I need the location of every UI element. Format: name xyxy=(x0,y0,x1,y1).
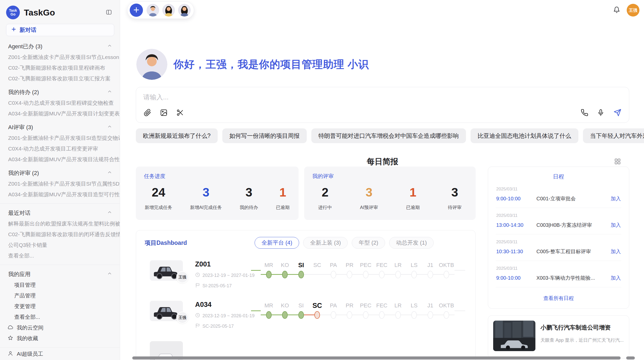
sidebar-item[interactable]: 公司Q3轻卡销量 xyxy=(0,240,120,250)
dashboard-tab[interactable]: 年型 (2) xyxy=(352,237,385,249)
horizontal-scrollbar[interactable] xyxy=(132,356,621,359)
sidebar-group-header[interactable]: 最近对话 xyxy=(0,205,120,218)
member-avatar[interactable] xyxy=(178,4,191,17)
project-name: Z001 xyxy=(195,260,251,268)
view-all-schedule-link[interactable]: 查看所有日程 xyxy=(496,295,621,302)
milestone-node xyxy=(298,311,304,319)
add-conversation-button[interactable] xyxy=(130,4,143,17)
sidebar-item[interactable]: 查看全部... xyxy=(0,250,120,261)
task-progress-title: 任务进度 xyxy=(144,173,165,180)
dashboard-tab[interactable]: 动总开发 (1) xyxy=(389,237,434,249)
microphone-button[interactable] xyxy=(596,108,606,118)
project-flag-label: SC-2025-05-17 xyxy=(202,324,234,329)
sidebar-item-cloud[interactable]: 我的云空间 xyxy=(0,322,120,333)
sidebar-group-header[interactable]: 我的评审 (2) xyxy=(0,165,120,178)
schedule-date: 2025/03/11 xyxy=(496,187,621,192)
sidebar-divider xyxy=(0,347,120,348)
daily-brief-title: 每日简报 xyxy=(136,156,629,167)
send-button[interactable] xyxy=(612,108,622,118)
milestone-label: LR xyxy=(390,261,406,269)
milestone-node xyxy=(282,271,288,278)
project-flag: SC-2025-05-17 xyxy=(195,323,251,329)
sidebar-item[interactable]: 项目管理 xyxy=(0,280,120,290)
sidebar-group-label: AI评审 (3) xyxy=(8,124,33,131)
sidebar-item[interactable]: 变更管理 xyxy=(0,301,120,312)
sidebar-item[interactable]: A034-全新新能源MUV产品开发项目造型可行性评审 xyxy=(0,189,120,200)
milestone-node xyxy=(331,311,336,319)
dashboard-tab[interactable]: 全新上装 (3) xyxy=(303,237,348,249)
grid-icon xyxy=(614,158,621,166)
news-card[interactable]: 小鹏飞行汽车制造公司增资 天眼查 App 显示，近日广州汇天飞行汽... xyxy=(488,315,629,358)
sidebar-item[interactable]: A034-全新新能源MUV产品开发项目计划变更表编写 xyxy=(0,108,120,119)
sidebar-item[interactable]: C02-飞腾新能源轻客改款项目里程碑画布 xyxy=(0,63,120,73)
member-avatar[interactable] xyxy=(147,4,159,17)
attach-file-button[interactable] xyxy=(143,108,152,118)
sidebar-group-header[interactable]: AI评审 (3) xyxy=(0,119,120,133)
scrollbar-corner[interactable] xyxy=(626,356,635,359)
milestone: MR xyxy=(261,261,277,280)
milestone-label: LS xyxy=(406,261,422,269)
milestone-label: KO xyxy=(277,261,293,269)
milestone-label: SI xyxy=(293,302,309,309)
schedule-date: 2025/03/11 xyxy=(496,266,621,271)
paperclip-icon xyxy=(144,109,151,117)
sidebar-item[interactable]: C02-飞腾新能源轻客改款项目立项汇报方案 xyxy=(0,73,120,84)
schedule-line: 9:00-10:00X003-车辆动力学性能验...加入 xyxy=(496,275,621,281)
sidebar-item[interactable]: A034-全新新能源MUV产品开发项目法规符合性评审 xyxy=(0,154,120,165)
image-icon xyxy=(160,109,168,117)
milestone: SI xyxy=(293,302,309,321)
chat-input[interactable] xyxy=(143,92,622,108)
sidebar-item[interactable]: C02-飞腾新能源轻客改款项目的闭环通告反馈情况 xyxy=(0,229,120,240)
dashboard-tabs: 全新平台 (4)全新上装 (3)年型 (2)动总开发 (1) xyxy=(255,237,434,249)
user-icon xyxy=(8,351,13,357)
milestone-node xyxy=(411,271,417,278)
join-link[interactable]: 加入 xyxy=(611,195,621,202)
sidebar-item[interactable]: 解释最新出台的欧盟报废车法规再生塑料比例被调至15%... xyxy=(0,218,120,229)
milestone-track xyxy=(309,269,326,280)
insert-image-button[interactable] xyxy=(159,108,169,118)
dashboard-tab[interactable]: 全新平台 (4) xyxy=(255,237,299,249)
sidebar-item[interactable]: Z001-全新燃油轻卡产品开发项目SI节点属性5D文件评审 xyxy=(0,178,120,189)
milestone-track xyxy=(277,309,293,321)
sidebar-group-header[interactable]: Agent已办 (3) xyxy=(0,38,120,52)
sidebar-item-user[interactable]: AI超级员工 xyxy=(0,349,120,359)
stat-label: 待评审 xyxy=(448,204,462,211)
milestone-node xyxy=(298,271,304,278)
milestone-track xyxy=(422,309,438,321)
sidebar-group-header[interactable]: 我的应用 xyxy=(0,266,120,280)
milestone-track xyxy=(277,269,293,280)
sidebar-item[interactable]: Z001-全新燃油轻卡产品开发项目SI造型提交物评审 xyxy=(0,133,120,143)
sidebar-group-header[interactable]: 我的待办 (2) xyxy=(0,84,120,98)
sidebar-item-star[interactable]: 我的收藏 xyxy=(0,333,120,344)
schedule-entry: 2025/03/1110:30-11:30C005-整车工程目标评审加入 xyxy=(496,234,621,261)
suggestion-chip[interactable]: 当下年轻人对汽车外观有怎样的喜好趋势 xyxy=(583,128,644,143)
sidebar-item[interactable]: C0X4-动力总成开发项目工程变更评审 xyxy=(0,143,120,154)
screenshot-button[interactable] xyxy=(175,108,185,118)
sidebar-item[interactable]: Z001-全新燃油皮卡产品开发项目SI节点Lesson Learn报告 xyxy=(0,52,120,63)
new-chat-button[interactable]: 新对话 xyxy=(6,24,114,36)
suggestion-chip[interactable]: 比亚迪全固态电池计划具体说了什么 xyxy=(471,128,578,143)
milestone-track xyxy=(406,269,422,280)
notifications-button[interactable] xyxy=(612,5,621,15)
sidebar-item[interactable]: 产品管理 xyxy=(0,290,120,301)
member-avatar[interactable] xyxy=(162,4,175,17)
milestone-node xyxy=(266,271,272,278)
milestone-node xyxy=(331,271,336,278)
sidebar-item[interactable]: C0X4-动力总成开发项目SI里程碑提交物检查 xyxy=(0,98,120,108)
sidebar-item[interactable]: 查看全部... xyxy=(0,312,120,322)
voice-call-button[interactable] xyxy=(580,108,589,118)
clock-icon xyxy=(195,313,200,319)
milestone-track xyxy=(342,269,358,280)
user-avatar[interactable]: 王强 xyxy=(627,4,639,17)
brief-layout-button[interactable] xyxy=(613,157,622,167)
suggestion-chip[interactable]: 特朗普可能对进口汽车增税会对中国车企造成哪些影响 xyxy=(311,128,466,143)
chevron-up-icon xyxy=(107,124,112,131)
milestone: SC xyxy=(309,261,326,280)
join-link[interactable]: 加入 xyxy=(611,248,621,255)
join-link[interactable]: 加入 xyxy=(611,222,621,229)
milestone-track xyxy=(293,309,309,321)
suggestion-chip[interactable]: 如何写一份清晰的项目周报 xyxy=(222,128,307,143)
suggestion-chip[interactable]: 欧洲新规最近颁布了什么? xyxy=(136,128,218,143)
join-link[interactable]: 加入 xyxy=(611,275,621,281)
collapse-sidebar-button[interactable] xyxy=(105,8,113,17)
